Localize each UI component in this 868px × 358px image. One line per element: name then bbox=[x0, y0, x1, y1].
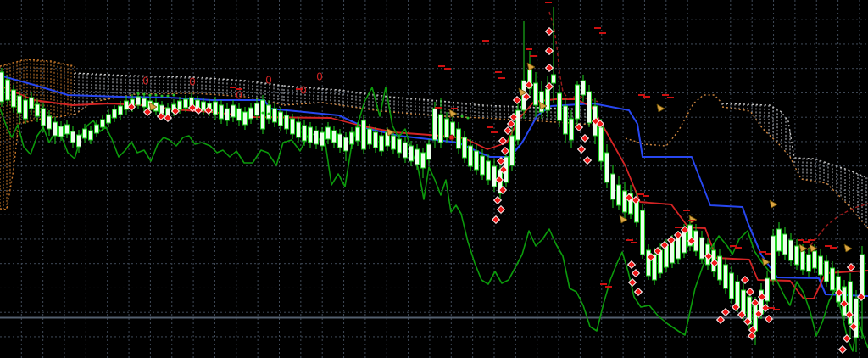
trading-chart-window bbox=[0, 0, 868, 358]
chart-canvas[interactable] bbox=[0, 0, 868, 358]
red-dot-markers bbox=[449, 135, 454, 140]
